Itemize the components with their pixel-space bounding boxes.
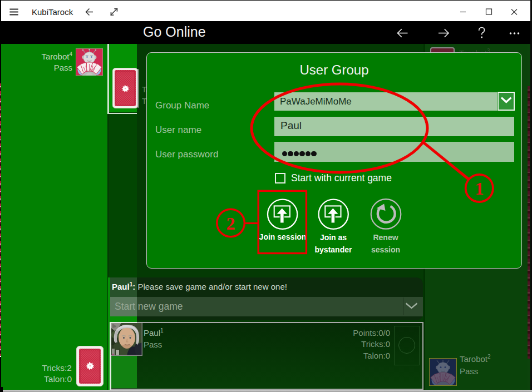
svg-text:1: 1	[475, 178, 484, 199]
svg-text:2: 2	[226, 214, 235, 234]
